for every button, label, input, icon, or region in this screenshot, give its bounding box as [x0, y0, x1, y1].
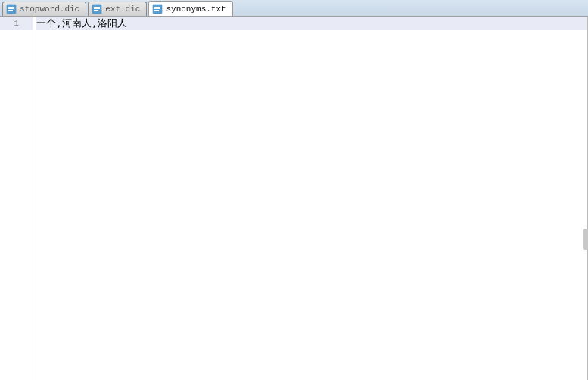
- line-number-gutter: 1: [0, 17, 33, 380]
- svg-rect-6: [94, 8, 100, 9]
- svg-rect-11: [154, 10, 159, 11]
- tab-label: ext.dic: [105, 5, 140, 14]
- editor-text-area[interactable]: 一个,河南人,洛阳人: [33, 17, 587, 380]
- tab-bar: stopword.dic ext.dic synonyms.txt: [0, 0, 588, 17]
- svg-rect-5: [94, 7, 100, 8]
- tab-synonyms[interactable]: synonyms.txt: [148, 1, 232, 16]
- svg-rect-7: [94, 10, 98, 11]
- file-icon: [6, 4, 17, 14]
- editor-line: 一个,河南人,洛阳人: [36, 17, 587, 30]
- svg-rect-1: [8, 7, 14, 8]
- tab-ext[interactable]: ext.dic: [88, 2, 147, 16]
- file-icon: [152, 4, 163, 14]
- svg-rect-10: [154, 8, 160, 9]
- scrollbar-thumb[interactable]: [583, 229, 588, 250]
- svg-rect-3: [8, 10, 13, 11]
- line-number: 1: [0, 17, 33, 30]
- tab-label: stopword.dic: [20, 5, 79, 14]
- editor-container: 1 一个,河南人,洛阳人: [0, 17, 588, 380]
- svg-rect-9: [154, 7, 160, 8]
- tab-label: synonyms.txt: [166, 5, 226, 14]
- tab-stopword[interactable]: stopword.dic: [2, 2, 86, 16]
- svg-rect-2: [8, 8, 14, 9]
- file-icon: [92, 4, 102, 14]
